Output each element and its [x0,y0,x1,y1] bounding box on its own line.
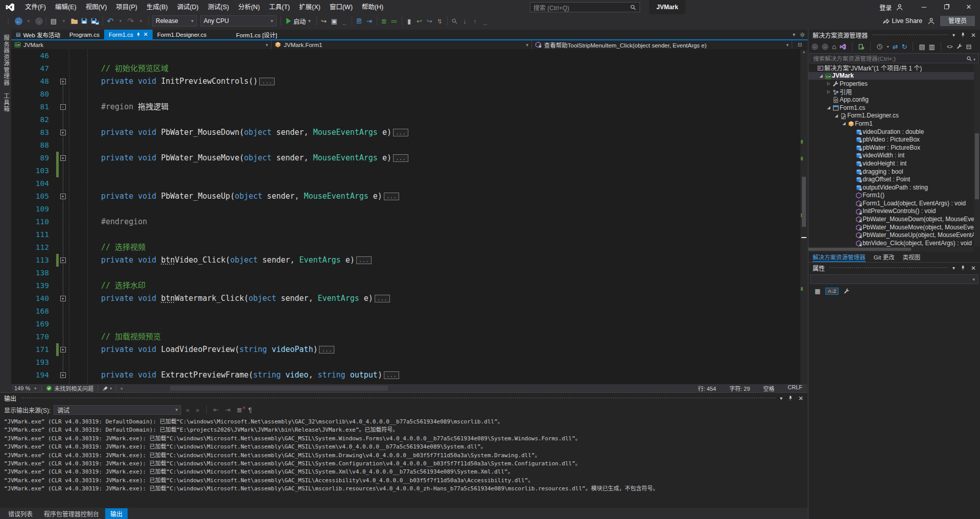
categorized-icon[interactable]: ▦ [813,287,822,295]
editor-vertical-scrollbar[interactable]: ▲ [800,50,807,384]
expand-region-icon[interactable]: + [60,257,66,263]
expand-region-icon[interactable]: + [60,372,66,378]
navigation-bar-dropdown[interactable]: JVMark.Form1▾ [272,40,532,49]
menu-item[interactable]: 测试(S) [203,0,234,14]
panel-close-icon[interactable]: ✕ [971,265,976,272]
code-line[interactable]: 138 [11,267,807,279]
pin-icon[interactable] [788,395,793,401]
view-code-icon[interactable]: <> [947,44,953,50]
navigation-bar-dropdown[interactable]: JVMark▾ [11,40,272,49]
tree-item[interactable]: PbWater_MouseMove(object, MouseEventArgs… [808,223,980,231]
find-symbol-icon[interactable] [450,15,460,27]
minimize-button[interactable]: ─ [913,0,935,14]
document-health-indicator[interactable]: 未找到相关问题 [44,384,95,392]
code-line[interactable]: 193 [11,356,807,369]
tree-item[interactable]: ▷引用 [808,88,980,96]
code-line[interactable]: 170// 加载视频预览 [11,331,807,343]
navigate-forward-button[interactable]: → [34,15,44,27]
code-line[interactable]: 109 [11,203,807,216]
menu-item[interactable]: 生成(B) [142,0,173,14]
document-tab[interactable]: Form1.cs [设计] [232,30,282,39]
undo-dropdown[interactable]: ▾ [115,15,126,27]
document-tab[interactable]: Form1.cs✕ [104,30,153,39]
live-share-button[interactable]: Live Share [883,17,922,25]
jump-prev-icon[interactable]: ⇤ [212,406,220,414]
panel-close-icon[interactable]: ✕ [971,32,976,39]
clear-all-output-icon[interactable]: ≣ [235,406,244,414]
editor-zoom-select[interactable]: 149 %▾ [11,385,39,391]
code-line[interactable]: 103 [11,164,807,177]
code-line[interactable]: 46 [11,50,807,62]
properties-object-select[interactable]: ▾ [810,274,978,284]
toggle-word-wrap-icon[interactable]: ¶ [247,406,254,414]
menu-item[interactable]: 项目(P) [111,0,142,14]
tree-item[interactable]: pbVideo : PictureBox [808,135,980,144]
collapsed-region-box[interactable]: ... [384,193,399,200]
menu-item[interactable]: 帮助(H) [357,0,388,14]
collapse-all-icon[interactable]: ⊟ [966,43,972,51]
panel-position-dropdown-icon[interactable]: ▾ [952,265,955,271]
tree-item[interactable]: PbWater_MouseDown(object, MouseEventArgs… [808,215,980,223]
pin-icon[interactable] [960,265,966,271]
navigate-to-icon[interactable]: ⇥ [364,15,375,27]
collapsed-region-box[interactable]: ... [393,154,408,162]
tree-item[interactable]: InitPreviewControls() : void [808,207,980,216]
expand-region-icon[interactable]: + [60,155,66,161]
quick-search-box[interactable]: 搜索 (Ctrl+Q) [530,2,640,12]
expand-region-icon[interactable]: + [60,347,66,352]
menu-item[interactable]: 调试(D) [173,0,203,14]
tree-item[interactable]: ◢Form1.Designer.cs [808,112,980,120]
code-line[interactable]: 140+private void btnWatermark_Click(obje… [11,292,807,305]
bottom-panel-tab[interactable]: 错误列表 [3,508,38,519]
tree-item[interactable]: Form1_Load(object, EventArgs) : void [808,199,980,207]
se-forward-icon[interactable]: → [822,43,828,50]
code-line[interactable]: 194+private void ExtractPreviewFrame(str… [11,369,807,382]
panel-close-icon[interactable]: ✕ [798,395,803,402]
tree-item[interactable]: dragOffset : Point [808,175,980,183]
code-line[interactable]: 110#endregion [11,216,807,228]
menu-item[interactable]: 扩展(X) [295,0,325,14]
navigate-back-button[interactable]: ← [13,15,23,27]
menu-item[interactable]: 窗口(W) [325,0,357,14]
save-all-icon[interactable] [89,15,101,27]
code-line[interactable]: 112// 选择视频 [11,241,807,254]
undo-icon[interactable]: ↶ [105,15,115,27]
panel-position-dropdown-icon[interactable]: ▾ [780,395,782,401]
go-up-icon[interactable]: ↑ [470,15,480,27]
expand-region-icon[interactable]: + [60,79,66,84]
filter-dropdown-icon[interactable]: ▾ [887,44,889,49]
se-home-icon[interactable]: ⌂ [832,42,836,51]
se-back-icon[interactable]: ← [812,43,818,50]
expanded-chevron-icon[interactable]: ◢ [834,113,839,118]
toolbox-vertical-tab[interactable]: 工具箱 [2,93,10,112]
bottom-panel-tab[interactable]: 程序包管理器控制台 [39,508,104,519]
code-line[interactable]: 82 [11,113,807,126]
code-line[interactable]: 89+private void PbWater_MouseMove(object… [11,152,807,164]
menu-item[interactable]: 文件(F) [20,0,51,14]
account-icon[interactable] [896,4,903,11]
document-tab[interactable]: Form1.Designer.cs [153,30,211,39]
code-line[interactable]: 139// 选择水印 [11,279,807,292]
split-editor-button[interactable]: ⊟ [792,40,807,49]
tree-item[interactable]: Form1() [808,192,980,200]
expanded-chevron-icon[interactable]: ◢ [841,121,847,126]
document-tab[interactable]: ▤Web 发布活动 [11,30,65,39]
collapsed-region-box[interactable]: ... [356,256,372,264]
properties-wrench-icon[interactable] [844,288,850,294]
pin-icon[interactable] [136,32,141,38]
sign-in-button[interactable]: 登录 [879,3,892,12]
tree-item[interactable]: dragging : bool [808,168,980,176]
tree-vertical-scrollbar[interactable] [974,64,980,247]
code-line[interactable]: 83+private void PbWater_MouseDown(object… [11,126,807,139]
tree-item[interactable]: ◢Form1 [808,120,980,128]
panel-position-dropdown-icon[interactable]: ▾ [952,32,955,38]
preview-selected-items-icon[interactable]: ▣ [329,15,339,27]
code-line[interactable]: 171+private void LoadVideoPreview(string… [11,343,807,356]
tool-window-tab[interactable]: 类视图 [902,253,920,261]
server-explorer-vertical-tab[interactable]: 服务器资源管理器 [2,35,10,86]
jump-next-icon[interactable]: ⇥ [224,406,232,414]
pending-changes-filter-icon[interactable] [876,43,883,50]
collapsed-region-box[interactable]: ... [259,78,275,85]
find-message-next-icon[interactable]: » [194,406,201,414]
tree-item[interactable]: pbWater : PictureBox [808,144,980,152]
